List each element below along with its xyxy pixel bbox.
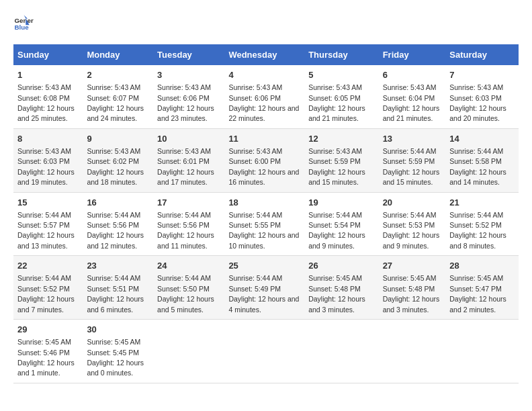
calendar-cell: 8Sunrise: 5:43 AMSunset: 6:03 PMDaylight… (13, 128, 83, 192)
calendar-cell: 2Sunrise: 5:43 AMSunset: 6:07 PMDaylight… (83, 65, 153, 128)
daylight-info: Daylight: 12 hours and 18 minutes. (87, 168, 144, 186)
sunrise-info: Sunrise: 5:43 AM (308, 83, 362, 91)
day-number: 14 (449, 133, 515, 145)
sunset-info: Sunset: 5:45 PM (87, 349, 139, 357)
sunset-info: Sunset: 5:46 PM (17, 349, 70, 357)
calendar-week-2: 8Sunrise: 5:43 AMSunset: 6:03 PMDaylight… (13, 128, 519, 192)
calendar-cell: 13Sunrise: 5:44 AMSunset: 5:59 PMDayligh… (379, 128, 446, 192)
calendar-cell: 9Sunrise: 5:43 AMSunset: 6:02 PMDaylight… (83, 128, 153, 192)
calendar-cell: 24Sunrise: 5:44 AMSunset: 5:50 PMDayligh… (153, 256, 224, 320)
sunrise-info: Sunrise: 5:44 AM (449, 211, 503, 219)
sunset-info: Sunset: 6:03 PM (449, 94, 502, 102)
day-number: 1 (17, 69, 79, 81)
calendar-cell (153, 320, 224, 383)
daylight-info: Daylight: 12 hours and 8 minutes. (449, 231, 506, 249)
calendar-cell: 30Sunrise: 5:45 AMSunset: 5:45 PMDayligh… (83, 320, 153, 383)
sunset-info: Sunset: 5:56 PM (87, 221, 139, 229)
sunrise-info: Sunrise: 5:44 AM (157, 211, 211, 219)
daylight-info: Daylight: 12 hours and 6 minutes. (87, 295, 144, 313)
sunrise-info: Sunrise: 5:44 AM (87, 274, 140, 282)
daylight-info: Daylight: 12 hours and 20 minutes. (449, 104, 506, 122)
sunrise-info: Sunrise: 5:43 AM (17, 83, 71, 91)
sunset-info: Sunset: 5:51 PM (87, 285, 139, 293)
daylight-info: Daylight: 12 hours and 1 minute. (17, 359, 75, 377)
daylight-info: Daylight: 12 hours and 14 minutes. (449, 168, 506, 186)
day-number: 2 (87, 69, 149, 81)
daylight-info: Daylight: 12 hours and 3 minutes. (308, 295, 365, 313)
calendar-cell (445, 320, 519, 383)
sunrise-info: Sunrise: 5:43 AM (228, 83, 282, 91)
daylight-info: Daylight: 12 hours and 2 minutes. (449, 295, 506, 313)
sunrise-info: Sunrise: 5:44 AM (87, 211, 140, 219)
day-number: 10 (157, 133, 220, 145)
calendar-week-1: 1Sunrise: 5:43 AMSunset: 6:08 PMDaylight… (13, 65, 519, 128)
calendar-cell: 4Sunrise: 5:43 AMSunset: 6:06 PMDaylight… (224, 65, 304, 128)
calendar-cell: 19Sunrise: 5:44 AMSunset: 5:54 PMDayligh… (304, 192, 378, 256)
calendar-cell: 14Sunrise: 5:44 AMSunset: 5:58 PMDayligh… (445, 128, 519, 192)
daylight-info: Daylight: 12 hours and 15 minutes. (383, 168, 440, 186)
daylight-info: Daylight: 12 hours and 21 minutes. (383, 104, 440, 122)
sunrise-info: Sunrise: 5:43 AM (157, 83, 211, 91)
calendar-cell: 18Sunrise: 5:44 AMSunset: 5:55 PMDayligh… (224, 192, 304, 256)
calendar-cell: 28Sunrise: 5:45 AMSunset: 5:47 PMDayligh… (445, 256, 519, 320)
calendar-cell: 17Sunrise: 5:44 AMSunset: 5:56 PMDayligh… (153, 192, 224, 256)
day-number: 19 (308, 197, 374, 209)
day-number: 20 (383, 197, 442, 209)
sunset-info: Sunset: 6:01 PM (157, 157, 210, 165)
daylight-info: Daylight: 12 hours and 21 minutes. (308, 104, 365, 122)
sunrise-info: Sunrise: 5:44 AM (157, 274, 211, 282)
day-number: 5 (308, 69, 374, 81)
sunrise-info: Sunrise: 5:45 AM (449, 274, 503, 282)
day-number: 13 (383, 133, 442, 145)
sunrise-info: Sunrise: 5:43 AM (449, 83, 503, 91)
calendar-cell: 16Sunrise: 5:44 AMSunset: 5:56 PMDayligh… (83, 192, 153, 256)
day-number: 7 (449, 69, 515, 81)
day-number: 4 (228, 69, 300, 81)
daylight-info: Daylight: 12 hours and 0 minutes. (87, 359, 144, 377)
calendar-header-row: SundayMondayTuesdayWednesdayThursdayFrid… (13, 44, 519, 65)
sunset-info: Sunset: 5:57 PM (17, 221, 70, 229)
sunrise-info: Sunrise: 5:44 AM (228, 211, 282, 219)
column-header-saturday: Saturday (445, 44, 519, 65)
sunrise-info: Sunrise: 5:44 AM (308, 211, 362, 219)
sunrise-info: Sunrise: 5:43 AM (157, 147, 211, 155)
sunrise-info: Sunrise: 5:45 AM (308, 274, 362, 282)
calendar-cell: 5Sunrise: 5:43 AMSunset: 6:05 PMDaylight… (304, 65, 378, 128)
day-number: 22 (17, 260, 79, 272)
calendar-cell: 20Sunrise: 5:44 AMSunset: 5:53 PMDayligh… (379, 192, 446, 256)
daylight-info: Daylight: 12 hours and 9 minutes. (383, 231, 440, 249)
day-number: 3 (157, 69, 220, 81)
sunrise-info: Sunrise: 5:45 AM (17, 338, 71, 346)
daylight-info: Daylight: 12 hours and 5 minutes. (157, 295, 214, 313)
calendar-cell: 26Sunrise: 5:45 AMSunset: 5:48 PMDayligh… (304, 256, 378, 320)
sunset-info: Sunset: 5:48 PM (308, 285, 361, 293)
sunset-info: Sunset: 6:00 PM (228, 157, 281, 165)
daylight-info: Daylight: 12 hours and 13 minutes. (17, 231, 75, 249)
daylight-info: Daylight: 12 hours and 7 minutes. (17, 295, 75, 313)
sunset-info: Sunset: 6:08 PM (17, 94, 70, 102)
daylight-info: Daylight: 12 hours and 12 minutes. (87, 231, 144, 249)
daylight-info: Daylight: 12 hours and 19 minutes. (17, 168, 75, 186)
column-header-tuesday: Tuesday (153, 44, 224, 65)
daylight-info: Daylight: 12 hours and 15 minutes. (308, 168, 365, 186)
calendar-cell: 22Sunrise: 5:44 AMSunset: 5:52 PMDayligh… (13, 256, 83, 320)
calendar-week-5: 29Sunrise: 5:45 AMSunset: 5:46 PMDayligh… (13, 320, 519, 383)
sunset-info: Sunset: 5:59 PM (383, 157, 435, 165)
sunrise-info: Sunrise: 5:45 AM (383, 274, 437, 282)
calendar-cell (224, 320, 304, 383)
day-number: 6 (383, 69, 442, 81)
day-number: 17 (157, 197, 220, 209)
sunset-info: Sunset: 5:52 PM (17, 285, 70, 293)
sunset-info: Sunset: 5:50 PM (157, 285, 210, 293)
daylight-info: Daylight: 12 hours and 3 minutes. (383, 295, 440, 313)
sunrise-info: Sunrise: 5:43 AM (383, 83, 437, 91)
calendar-cell: 10Sunrise: 5:43 AMSunset: 6:01 PMDayligh… (153, 128, 224, 192)
sunset-info: Sunset: 6:04 PM (383, 94, 435, 102)
day-number: 23 (87, 260, 149, 272)
day-number: 21 (449, 197, 515, 209)
daylight-info: Daylight: 12 hours and 11 minutes. (157, 231, 214, 249)
calendar-table: SundayMondayTuesdayWednesdayThursdayFrid… (13, 44, 519, 383)
calendar-cell: 3Sunrise: 5:43 AMSunset: 6:06 PMDaylight… (153, 65, 224, 128)
daylight-info: Daylight: 12 hours and 23 minutes. (157, 104, 214, 122)
sunrise-info: Sunrise: 5:44 AM (17, 211, 71, 219)
